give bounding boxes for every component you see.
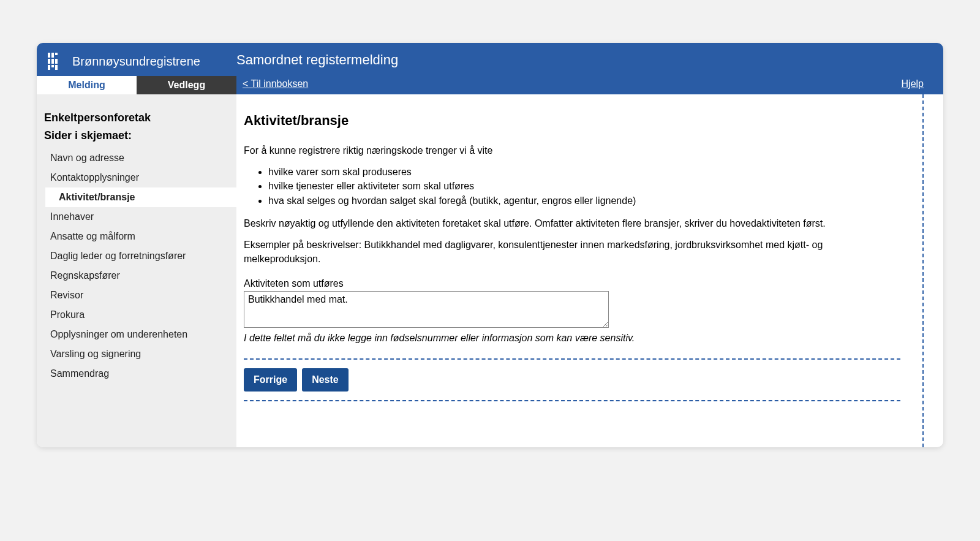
- org-type-heading: Enkeltpersonforetak: [37, 112, 236, 129]
- bullet-item-0: hvilke varer som skal produseres: [268, 165, 900, 179]
- svg-rect-3: [48, 59, 50, 64]
- content: Aktivitet/bransje For å kunne registrere…: [236, 94, 924, 447]
- prev-button[interactable]: Forrige: [244, 368, 297, 392]
- svg-rect-7: [51, 65, 54, 67]
- content-wrap: Aktivitet/bransje For å kunne registrere…: [236, 94, 943, 447]
- help-link[interactable]: Hjelp: [902, 78, 924, 89]
- sidebar-item-5[interactable]: Daglig leder og forretningsfører: [37, 246, 236, 266]
- brand-logo-icon: [48, 53, 65, 70]
- sidebar-item-9[interactable]: Opplysninger om underenheten: [37, 325, 236, 344]
- svg-rect-0: [48, 53, 50, 58]
- inbox-link[interactable]: < Til innboksen: [243, 78, 308, 89]
- next-button[interactable]: Neste: [302, 368, 349, 392]
- brand-name: Brønnøysundregistrene: [72, 55, 200, 69]
- svg-rect-5: [55, 59, 58, 64]
- sidebar-item-6[interactable]: Regnskapsfører: [37, 266, 236, 286]
- sidebar-item-4[interactable]: Ansatte og målform: [37, 227, 236, 246]
- svg-rect-8: [55, 65, 58, 70]
- intro-text: For å kunne registrere riktig næringskod…: [244, 143, 900, 157]
- header: Brønnøysundregistrene Samordnet register…: [37, 43, 943, 94]
- sidebar: Enkeltpersonforetak Sider i skjemaet: Na…: [37, 94, 236, 447]
- sidebar-item-10[interactable]: Varsling og signering: [37, 344, 236, 364]
- svg-rect-4: [51, 59, 54, 64]
- nav-title: Sider i skjemaet:: [37, 129, 236, 148]
- header-top-row: Brønnøysundregistrene Samordnet register…: [37, 43, 943, 76]
- page-title: Aktivitet/bransje: [244, 113, 900, 129]
- tabs: Melding Vedlegg: [37, 76, 236, 94]
- sidebar-item-7[interactable]: Revisor: [37, 286, 236, 305]
- svg-rect-1: [51, 53, 54, 58]
- field-hint: I dette feltet må du ikke legge inn føds…: [244, 333, 900, 344]
- bullet-item-1: hvilke tjenester eller aktiviteter som s…: [268, 179, 900, 193]
- activity-field-label: Aktiviteten som utføres: [244, 278, 900, 289]
- button-row: Forrige Neste: [244, 358, 900, 401]
- sidebar-item-11[interactable]: Sammendrag: [37, 364, 236, 384]
- sidebar-item-8[interactable]: Prokura: [37, 305, 236, 325]
- app-window: Brønnøysundregistrene Samordnet register…: [37, 43, 943, 447]
- svg-rect-6: [48, 65, 50, 70]
- sidebar-item-0[interactable]: Navn og adresse: [37, 148, 236, 168]
- description-1: Beskriv nøyaktig og utfyllende den aktiv…: [244, 216, 900, 230]
- brand: Brønnøysundregistrene: [37, 49, 236, 76]
- description-2: Eksempler på beskrivelser: Butikkhandel …: [244, 238, 900, 266]
- sidebar-item-3[interactable]: Innehaver: [37, 207, 236, 227]
- activity-textarea[interactable]: [244, 291, 609, 328]
- bullet-list: hvilke varer som skal produsereshvilke t…: [268, 165, 900, 208]
- body: Enkeltpersonforetak Sider i skjemaet: Na…: [37, 94, 943, 447]
- tab-melding[interactable]: Melding: [37, 76, 137, 94]
- tab-vedlegg[interactable]: Vedlegg: [137, 76, 236, 94]
- sidebar-item-1[interactable]: Kontaktopplysninger: [37, 168, 236, 187]
- sidebar-item-2[interactable]: Aktivitet/bransje: [45, 187, 236, 207]
- nav-list: Navn og adresseKontaktopplysningerAktivi…: [37, 148, 236, 384]
- header-bottom-row: Melding Vedlegg < Til innboksen Hjelp: [37, 76, 943, 94]
- bullet-item-2: hva skal selges og hvordan salget skal f…: [268, 194, 900, 208]
- svg-rect-2: [55, 53, 58, 55]
- header-links: < Til innboksen Hjelp: [236, 78, 943, 92]
- app-title: Samordnet registermelding: [236, 52, 398, 73]
